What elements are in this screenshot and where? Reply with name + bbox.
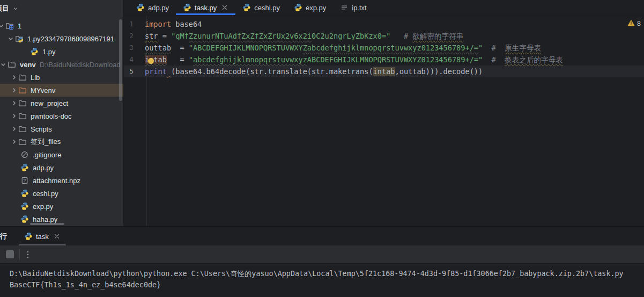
editor-tab-exp-py[interactable]: exp.py bbox=[287, 0, 333, 15]
chevron-down-icon[interactable] bbox=[0, 21, 5, 30]
tab-label: adp.py bbox=[148, 4, 169, 12]
chevron-down-icon[interactable] bbox=[12, 5, 19, 12]
editor-area: adp.pytask.pyceshi.pyexp.pyip.txt 1impor… bbox=[123, 0, 644, 226]
code-token: " bbox=[478, 44, 483, 52]
intention-bulb-icon[interactable] bbox=[148, 58, 154, 64]
folder-icon bbox=[18, 73, 27, 82]
code-token: str bbox=[145, 32, 158, 40]
close-icon[interactable] bbox=[221, 4, 228, 11]
code-line[interactable]: 2str = "qMfZzunurNTuAdfZxZfZxZrUx2v6x2i0… bbox=[124, 30, 644, 42]
python-file-icon bbox=[30, 47, 39, 56]
python-icon bbox=[24, 232, 33, 241]
project-panel-title[interactable]: 项目 bbox=[0, 4, 9, 13]
python-file-icon bbox=[294, 3, 302, 12]
close-icon[interactable] bbox=[53, 233, 61, 240]
more-options-icon[interactable] bbox=[24, 250, 32, 259]
code-line[interactable]: 3outtab = "ABCDEFGHIJKLMNOPQRSTUVWXYZabc… bbox=[124, 42, 644, 54]
python-file-icon bbox=[20, 163, 29, 172]
editor-tab-bar: adp.pytask.pyceshi.pyexp.pyip.txt bbox=[124, 0, 644, 16]
folder-icon bbox=[8, 60, 16, 69]
code-token: # bbox=[404, 32, 412, 40]
code-token: 原生字母表 bbox=[505, 44, 541, 52]
tree-item--gitignore[interactable]: .gitignore bbox=[0, 148, 123, 161]
tab-label: exp.py bbox=[306, 4, 326, 12]
folder-icon bbox=[18, 137, 27, 146]
editor-tab-adp-py[interactable]: adp.py bbox=[129, 0, 176, 15]
tree-item-1-py2334797868098967191[interactable]: 1.py2334797868098967191 bbox=[0, 32, 123, 45]
code-line[interactable]: 5print (base64.b64decode(str.translate(s… bbox=[124, 66, 644, 77]
tree-item-label: 签到_files bbox=[31, 137, 61, 147]
scrollbar-thumb-vertical[interactable] bbox=[119, 19, 122, 101]
tree-item-lib[interactable]: Lib bbox=[0, 71, 123, 84]
tree-item-new_project[interactable]: new_project bbox=[0, 97, 123, 110]
tree-item-venv[interactable]: venvD:\BaiduNetdiskDownload bbox=[0, 58, 123, 71]
python-file-icon bbox=[242, 3, 251, 12]
chevron-right-icon[interactable] bbox=[10, 99, 18, 107]
toolbar-divider bbox=[19, 249, 20, 260]
inspection-widget[interactable]: 8 bbox=[627, 19, 641, 28]
line-number[interactable]: 1 bbox=[124, 18, 140, 30]
code-token bbox=[483, 55, 491, 64]
line-number[interactable]: 4 bbox=[124, 54, 140, 66]
tree-item-scripts[interactable]: Scripts bbox=[0, 122, 123, 135]
tree-item-label: Scripts bbox=[31, 125, 52, 133]
code-line[interactable]: 1import base64 bbox=[124, 18, 644, 30]
console-output[interactable]: D:\BaiduNetdiskDownload\python\python.ex… bbox=[0, 264, 644, 291]
tree-item-1-py[interactable]: 1.py bbox=[0, 45, 123, 58]
tree-item-label: MYvenv bbox=[31, 86, 55, 95]
chevron-right-icon[interactable] bbox=[10, 73, 18, 82]
code-token bbox=[390, 32, 404, 40]
chevron-down-icon[interactable] bbox=[0, 60, 8, 69]
chevron-right-icon[interactable] bbox=[10, 112, 18, 120]
python-file-icon bbox=[183, 3, 191, 12]
tab-label: task.py bbox=[195, 4, 217, 12]
tree-item-attachment-npz[interactable]: ?attachment.npz bbox=[0, 174, 123, 187]
line-number[interactable]: 5 bbox=[124, 66, 140, 77]
stop-button[interactable] bbox=[6, 250, 14, 258]
tree-item-1[interactable]: 1 bbox=[0, 19, 123, 32]
line-number[interactable]: 3 bbox=[124, 42, 140, 54]
project-folder-icon bbox=[5, 21, 14, 30]
folder-icon bbox=[18, 99, 27, 107]
tree-item-label: .gitignore bbox=[33, 151, 61, 159]
tree-item-label: 1 bbox=[18, 22, 21, 30]
run-panel-header: 运行 task bbox=[0, 227, 644, 245]
run-panel-title[interactable]: 运行 bbox=[0, 231, 7, 241]
chevron-right-icon[interactable] bbox=[10, 125, 18, 133]
code-lines: 1import base642str = "qMfZzunurNTuAdfZxZ… bbox=[124, 18, 644, 77]
code-token: ABCDEFGHIJKLMNOPQRSTUVWXYZ0123456789+/=" bbox=[307, 55, 483, 64]
tree-item-label: ceshi.py bbox=[33, 190, 58, 198]
code-text: print (base64.b64decode(str.translate(st… bbox=[140, 66, 483, 77]
code-text: str = "qMfZzunurNTuAdfZxZfZxZrUx2v6x2i0C… bbox=[140, 30, 463, 42]
tree-item-adp-py[interactable]: adp.py bbox=[0, 161, 123, 174]
project-panel-header: 项目 bbox=[0, 0, 123, 17]
code-token: intab bbox=[145, 55, 167, 64]
tree-item--_files[interactable]: 签到_files bbox=[0, 135, 123, 148]
tree-item-label: adp.py bbox=[33, 164, 54, 172]
tree-item-label: exp.py bbox=[33, 202, 53, 211]
chevron-right-icon[interactable] bbox=[10, 137, 18, 146]
line-number[interactable]: 2 bbox=[124, 30, 140, 42]
editor-tab-ceshi-py[interactable]: ceshi.py bbox=[235, 0, 287, 15]
chevron-right-icon[interactable] bbox=[10, 86, 18, 95]
tree-item-exp-py[interactable]: exp.py bbox=[0, 200, 123, 213]
code-token: Zabcdefghijklmnopqrstuvwxyz0123456789+/= bbox=[303, 44, 478, 52]
ignored-file-icon bbox=[20, 150, 29, 159]
editor-tab-task-py[interactable]: task.py bbox=[176, 0, 235, 15]
code-token: 0C2u2ngrLyZbKzx0=" bbox=[312, 32, 390, 40]
scrollbar-thumb-horizontal[interactable] bbox=[30, 223, 64, 225]
code-token: intab bbox=[373, 67, 395, 76]
code-token bbox=[167, 67, 171, 76]
svg-text:?: ? bbox=[24, 178, 26, 183]
run-tab-task[interactable]: task bbox=[19, 227, 66, 245]
editor-tab-ip-txt[interactable]: ip.txt bbox=[333, 0, 373, 15]
editor-body[interactable]: 1import base642str = "qMfZzunurNTuAdfZxZ… bbox=[124, 16, 644, 226]
code-line[interactable]: 4intab = "abcdefghijklmnopqrstuvwxyzABCD… bbox=[124, 54, 644, 66]
chevron-down-icon[interactable] bbox=[6, 34, 15, 43]
tree-item-label: 1.py2334797868098967191 bbox=[27, 35, 114, 43]
tree-item-myvenv[interactable]: MYvenv bbox=[0, 84, 123, 97]
tree-item-pwntools-doc[interactable]: pwntools-doc bbox=[0, 110, 123, 122]
code-token: = bbox=[167, 55, 189, 64]
code-token: # bbox=[492, 44, 505, 52]
tree-item-ceshi-py[interactable]: ceshi.py bbox=[0, 187, 123, 200]
